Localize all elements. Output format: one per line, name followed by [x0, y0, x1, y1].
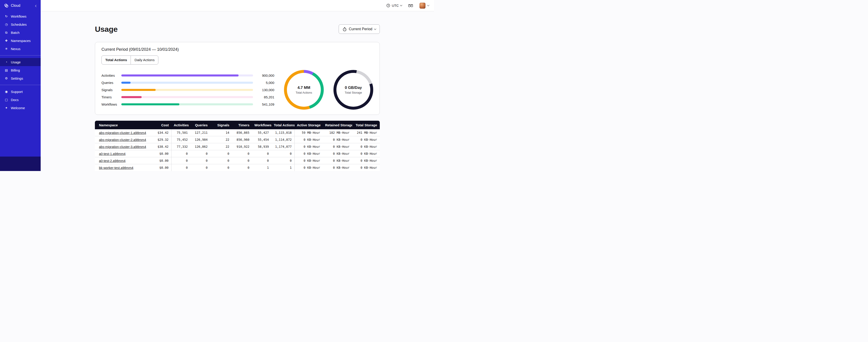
namespace-link[interactable]: abs-migration-cluster-1.a98mm4	[99, 131, 146, 135]
sidebar-item-billing[interactable]: ▤Billing	[0, 66, 41, 74]
usage-bar-row: Activities900,000	[101, 72, 274, 79]
value-cell: 58,939	[252, 143, 272, 150]
namespace-link[interactable]: a0-test-1.a98mm4	[99, 152, 126, 156]
donut-total-storage-value: 0 GB/Day	[345, 86, 362, 90]
settings-icon: ⚙	[4, 77, 8, 80]
main-area: UTC Usage Current Period	[41, 0, 434, 171]
sidebar-item-nexus[interactable]: ✳Nexus	[0, 45, 41, 53]
value-cell: 0	[172, 164, 190, 171]
column-header: Activities	[172, 121, 190, 129]
docs-icon: ▢	[4, 98, 8, 101]
feedback-goggles-button[interactable]	[408, 4, 413, 7]
column-header: Signals	[210, 121, 232, 129]
value-cell: 55,454	[252, 136, 272, 143]
value-cell: 856,960	[232, 136, 252, 143]
table-row: a0-test-2.a98mm4$0.000000000 KB-Hour0 KB…	[95, 157, 380, 164]
value-cell: 1	[252, 164, 272, 171]
bar-track	[121, 74, 253, 76]
period-dropdown-label: Current Period	[349, 27, 372, 31]
value-cell: 77,332	[172, 143, 190, 150]
value-cell: 0	[172, 157, 190, 164]
bar-label: Workflows	[101, 102, 121, 106]
value-cell: 0	[272, 157, 294, 164]
value-cell: 0 KB-Hour	[294, 143, 323, 150]
usage-donut: 4.7 MM Total Actions	[284, 70, 324, 110]
value-cell: 1,114,872	[272, 136, 294, 143]
current-period-card: Current Period (09/01/2024 — 10/01/2024)…	[95, 42, 380, 115]
table-row: abs-migration-cluster-3.a98mm4$38.4277,3…	[95, 143, 380, 150]
bar-label: Queries	[101, 81, 121, 84]
bar-value: 5,000	[253, 81, 274, 84]
donut-total-actions-label: Total Actions	[296, 91, 312, 94]
card-title: Current Period (09/01/2024 — 10/01/2024)	[101, 47, 373, 52]
namespace-link[interactable]: bk-worker-test.a98mm4	[99, 166, 133, 170]
stopwatch-icon	[342, 27, 347, 31]
value-cell: 0	[210, 150, 232, 157]
sidebar-item-label: Schedules	[11, 23, 27, 26]
usage-icon: ◔	[4, 61, 8, 64]
value-cell: 22	[210, 143, 232, 150]
billing-icon: ▤	[4, 69, 8, 72]
account-menu[interactable]	[419, 2, 429, 9]
namespace-link[interactable]: a0-test-2.a98mm4	[99, 159, 126, 163]
usage-bars-chart: Activities900,000Queries5,000Signals130,…	[101, 72, 274, 108]
chevron-down-icon	[374, 28, 376, 30]
sidebar-item-support[interactable]: ◉Support	[0, 88, 41, 96]
namespace-link[interactable]: abs-migration-cluster-3.a98mm4	[99, 145, 146, 149]
timezone-selector[interactable]: UTC	[386, 4, 402, 7]
value-cell: 0 KB-Hour	[352, 143, 380, 150]
sidebar-item-label: Workflows	[11, 14, 26, 18]
value-cell: 0	[210, 164, 232, 171]
table-body: abs-migration-cluster-1.a98mm4$34.4275,5…	[95, 129, 380, 171]
bar-fill	[121, 89, 156, 91]
value-cell: 0 KB-Hour	[352, 157, 380, 164]
sidebar-item-settings[interactable]: ⚙Settings	[0, 74, 41, 82]
chevron-left-icon	[35, 5, 37, 7]
column-header: Active Storage	[294, 121, 323, 129]
value-cell: 0 KB-Hour	[352, 164, 380, 171]
usage-donut: 0 GB/Day Total Storage	[334, 70, 373, 110]
sidebar-item-welcome[interactable]: ✦Welcome	[0, 104, 41, 112]
value-cell: 126,984	[190, 136, 210, 143]
brand-row: Cloud	[0, 0, 41, 11]
value-cell: 75,501	[172, 129, 190, 136]
value-cell: 0	[232, 164, 252, 171]
value-cell: $0.00	[153, 164, 172, 171]
usage-bar-row: Queries5,000	[101, 79, 274, 86]
sidebar-item-usage[interactable]: ◔Usage	[0, 58, 41, 66]
column-header: Namespace	[95, 121, 153, 129]
sidebar-item-label: Settings	[11, 76, 23, 80]
namespace-cell: a0-test-1.a98mm4	[95, 150, 153, 157]
column-header: Total Actions	[272, 121, 294, 129]
sidebar-item-namespaces[interactable]: ❖Namespaces	[0, 37, 41, 45]
value-cell: 0 KB-Hour	[294, 157, 323, 164]
donut-total-actions-value: 4.7 MM	[298, 86, 310, 90]
bar-value: 541,109	[253, 102, 274, 106]
value-cell: 0	[190, 150, 210, 157]
sidebar-item-batch[interactable]: ⧉Batch	[0, 28, 41, 37]
support-icon: ◉	[4, 90, 8, 93]
period-dropdown-button[interactable]: Current Period	[339, 24, 380, 34]
tab-daily-actions[interactable]: Daily Actions	[131, 56, 158, 64]
sidebar-item-workflows[interactable]: ↻Workflows	[0, 12, 41, 20]
column-header: Total Storage	[352, 121, 380, 129]
sidebar-item-label: Usage	[11, 60, 21, 64]
bar-track	[121, 103, 253, 105]
sidebar-item-docs[interactable]: ▢Docs	[0, 96, 41, 104]
value-cell: 0 KB-Hour	[294, 136, 323, 143]
value-cell: 59 MB-Hour	[294, 129, 323, 136]
value-cell: 0 KB-Hour	[323, 164, 352, 171]
value-cell: 126,862	[190, 143, 210, 150]
tab-total-actions[interactable]: Total Actions	[102, 56, 131, 64]
sidebar-divider	[0, 55, 41, 56]
sidebar-collapse-button[interactable]	[35, 4, 37, 8]
value-cell: 14	[210, 129, 232, 136]
avatar	[419, 2, 426, 9]
namespace-link[interactable]: abs-migration-cluster-2.a98mm4	[99, 138, 146, 142]
sidebar-item-label: Batch	[11, 31, 20, 35]
namespace-cell: abs-migration-cluster-3.a98mm4	[95, 143, 153, 150]
sidebar-item-schedules[interactable]: ◷Schedules	[0, 20, 41, 28]
bar-fill	[121, 96, 142, 98]
bar-track	[121, 96, 253, 98]
value-cell: 55,427	[252, 129, 272, 136]
